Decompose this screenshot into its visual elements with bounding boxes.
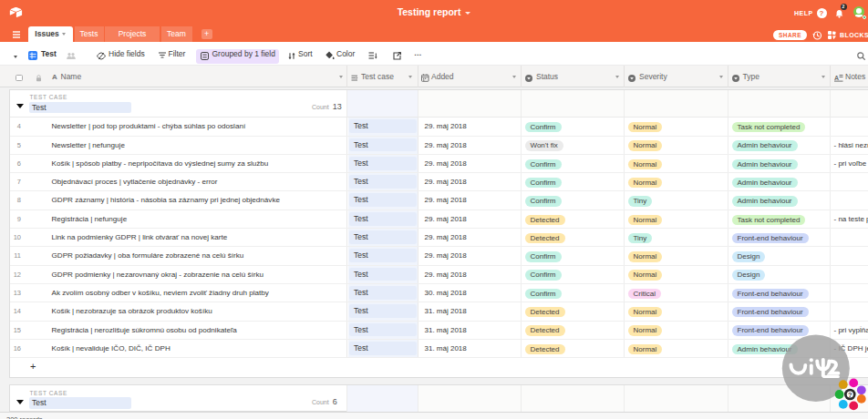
svg-text:?: ?	[848, 391, 852, 399]
